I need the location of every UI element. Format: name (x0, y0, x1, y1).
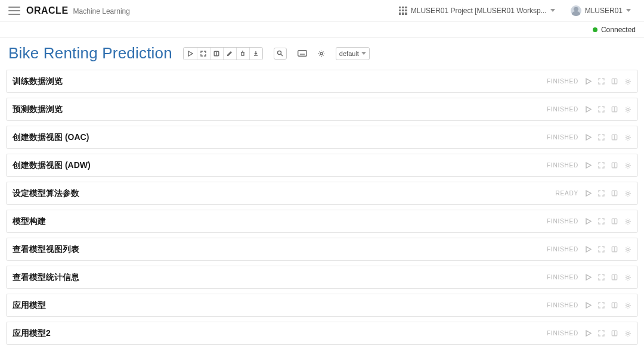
paragraph-status: FINISHED (547, 302, 578, 309)
paragraph-expand-button[interactable] (597, 273, 605, 281)
paragraph-code-button[interactable] (611, 245, 618, 253)
hamburger-menu-icon[interactable] (8, 7, 20, 15)
status-dot-icon (593, 27, 597, 32)
paragraph-status: FINISHED (547, 246, 578, 253)
paragraph-row: 设定模型算法参数 READY (6, 182, 638, 205)
svg-point-13 (627, 192, 629, 195)
code-toggle-button[interactable] (210, 48, 223, 60)
paragraph-expand-button[interactable] (597, 189, 605, 197)
expand-all-button[interactable] (197, 48, 210, 60)
paragraph-run-button[interactable] (584, 161, 592, 169)
paragraph-code-button[interactable] (611, 133, 618, 141)
paragraph-actions (584, 301, 631, 309)
chevron-down-icon (550, 9, 555, 12)
paragraph-settings-button[interactable] (624, 273, 631, 281)
paragraph-row: 查看模型统计信息 FINISHED (6, 266, 638, 289)
paragraph-run-button[interactable] (584, 133, 592, 141)
notebook-titlebar: Bike Renting Prediction default (0, 38, 644, 66)
paragraph-row: 应用模型 FINISHED (6, 294, 638, 317)
paragraph-run-button[interactable] (584, 301, 592, 309)
paragraph-status: FINISHED (547, 134, 578, 141)
paragraph-run-button[interactable] (584, 245, 592, 253)
app-header: ORACLE Machine Learning MLUSER01 Project… (0, 0, 644, 21)
svg-point-7 (627, 108, 629, 111)
paragraph-expand-button[interactable] (597, 133, 605, 141)
paragraph-title: 查看模型统计信息 (13, 272, 79, 283)
user-menu[interactable]: MLUSER01 (566, 4, 636, 18)
paragraph-code-button[interactable] (611, 77, 618, 85)
paragraph-status: READY (556, 190, 578, 197)
paragraph-code-button[interactable] (611, 273, 618, 281)
paragraph-actions (584, 245, 631, 253)
paragraph-status: FINISHED (547, 106, 578, 113)
paragraph-run-button[interactable] (584, 217, 592, 225)
download-button[interactable] (249, 48, 262, 60)
delete-button[interactable] (236, 48, 249, 60)
notebook-settings-button[interactable] (318, 50, 325, 57)
paragraph-run-button[interactable] (584, 189, 592, 197)
paragraph-expand-button[interactable] (597, 217, 605, 225)
paragraph-settings-button[interactable] (624, 133, 631, 141)
paragraph-title: 训练数据浏览 (13, 76, 63, 87)
paragraph-settings-button[interactable] (624, 245, 631, 253)
keyboard-shortcuts-button[interactable] (298, 50, 307, 57)
paragraph-run-button[interactable] (584, 105, 592, 113)
paragraph-run-button[interactable] (584, 77, 592, 85)
paragraph-expand-button[interactable] (597, 105, 605, 113)
layout-dropdown-label: default (339, 50, 359, 57)
search-button[interactable] (274, 48, 287, 60)
paragraph-title: 应用模型2 (13, 328, 51, 339)
notebook-title: Bike Renting Prediction (8, 44, 172, 63)
paragraph-settings-button[interactable] (624, 161, 631, 169)
run-all-button[interactable] (184, 48, 197, 60)
svg-point-15 (627, 220, 629, 223)
edit-button[interactable] (223, 48, 236, 60)
svg-point-21 (627, 304, 629, 307)
paragraph-row: 查看模型视图列表 FINISHED (6, 238, 638, 261)
paragraph-run-button[interactable] (584, 329, 592, 337)
svg-point-11 (627, 164, 629, 167)
paragraph-actions (584, 161, 631, 169)
paragraph-code-button[interactable] (611, 301, 618, 309)
paragraph-title: 预测数据浏览 (13, 104, 63, 115)
paragraph-settings-button[interactable] (624, 329, 631, 337)
paragraph-settings-button[interactable] (624, 77, 631, 85)
paragraph-actions (584, 329, 631, 337)
brand-logo: ORACLE (26, 5, 69, 16)
brand-subtitle: Machine Learning (73, 7, 130, 15)
paragraph-title: 查看模型视图列表 (13, 244, 79, 255)
paragraph-status: FINISHED (547, 330, 578, 337)
paragraph-code-button[interactable] (611, 217, 618, 225)
svg-point-9 (627, 136, 629, 139)
paragraph-actions (584, 133, 631, 141)
svg-point-5 (627, 80, 629, 83)
paragraph-actions (584, 77, 631, 85)
paragraph-expand-button[interactable] (597, 161, 605, 169)
paragraph-code-button[interactable] (611, 105, 618, 113)
connection-status-label: Connected (601, 26, 636, 34)
chevron-down-icon (626, 9, 631, 12)
paragraph-expand-button[interactable] (597, 329, 605, 337)
paragraph-expand-button[interactable] (597, 245, 605, 253)
svg-point-23 (627, 332, 629, 335)
paragraph-row: 训练数据浏览 FINISHED (6, 70, 638, 93)
paragraph-expand-button[interactable] (597, 77, 605, 85)
paragraph-title: 创建数据视图 (ADW) (13, 160, 91, 171)
paragraph-settings-button[interactable] (624, 189, 631, 197)
paragraph-title: 创建数据视图 (OAC) (13, 132, 89, 143)
svg-rect-2 (298, 51, 307, 57)
layout-dropdown[interactable]: default (336, 47, 370, 60)
paragraph-code-button[interactable] (611, 161, 618, 169)
project-selector[interactable]: MLUSER01 Project [MLUSER01 Worksp... (394, 5, 560, 17)
paragraph-expand-button[interactable] (597, 301, 605, 309)
paragraph-settings-button[interactable] (624, 301, 631, 309)
notebook-toolbar-group (183, 47, 263, 60)
paragraph-code-button[interactable] (611, 189, 618, 197)
svg-point-3 (320, 52, 323, 55)
paragraph-status: FINISHED (547, 274, 578, 281)
connection-status-bar: Connected (0, 21, 644, 38)
paragraph-settings-button[interactable] (624, 105, 631, 113)
paragraph-run-button[interactable] (584, 273, 592, 281)
paragraph-settings-button[interactable] (624, 217, 631, 225)
paragraph-code-button[interactable] (611, 329, 618, 337)
